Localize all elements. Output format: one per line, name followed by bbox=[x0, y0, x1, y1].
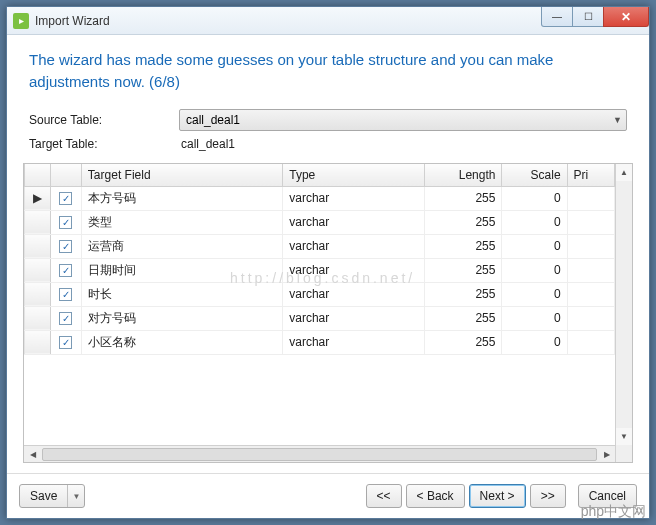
row-checkbox[interactable] bbox=[51, 210, 82, 234]
cell-scale[interactable]: 0 bbox=[502, 330, 567, 354]
row-indicator bbox=[25, 330, 51, 354]
cell-primary[interactable] bbox=[567, 306, 614, 330]
cell-length[interactable]: 255 bbox=[425, 282, 502, 306]
row-indicator bbox=[25, 282, 51, 306]
window-title: Import Wizard bbox=[35, 14, 110, 28]
back-button[interactable]: < Back bbox=[406, 484, 465, 508]
table-row[interactable]: 对方号码varchar2550 bbox=[25, 306, 615, 330]
row-indicator bbox=[25, 234, 51, 258]
cell-type[interactable]: varchar bbox=[283, 210, 425, 234]
row-checkbox[interactable] bbox=[51, 258, 82, 282]
cell-length[interactable]: 255 bbox=[425, 186, 502, 210]
row-checkbox[interactable] bbox=[51, 186, 82, 210]
cell-field[interactable]: 小区名称 bbox=[81, 330, 282, 354]
cell-scale[interactable]: 0 bbox=[502, 258, 567, 282]
row-indicator: ▶ bbox=[25, 186, 51, 210]
row-checkbox[interactable] bbox=[51, 306, 82, 330]
maximize-button[interactable]: ☐ bbox=[572, 7, 604, 27]
row-indicator bbox=[25, 306, 51, 330]
cell-type[interactable]: varchar bbox=[283, 282, 425, 306]
cell-scale[interactable]: 0 bbox=[502, 210, 567, 234]
first-button[interactable]: << bbox=[366, 484, 402, 508]
checkbox-icon bbox=[59, 192, 72, 205]
cell-field[interactable]: 对方号码 bbox=[81, 306, 282, 330]
scroll-down-icon[interactable]: ▼ bbox=[616, 428, 632, 445]
table-row[interactable]: 类型varchar2550 bbox=[25, 210, 615, 234]
checkbox-icon bbox=[59, 312, 72, 325]
cell-length[interactable]: 255 bbox=[425, 306, 502, 330]
row-checkbox[interactable] bbox=[51, 282, 82, 306]
row-indicator bbox=[25, 210, 51, 234]
cell-scale[interactable]: 0 bbox=[502, 306, 567, 330]
scroll-left-icon[interactable]: ◀ bbox=[24, 450, 41, 459]
import-wizard-window: Import Wizard — ☐ ✕ The wizard has made … bbox=[6, 6, 650, 519]
source-table-row: Source Table: call_deal1 ▼ bbox=[23, 109, 633, 131]
save-label: Save bbox=[20, 485, 68, 507]
titlebar[interactable]: Import Wizard — ☐ ✕ bbox=[7, 7, 649, 35]
cell-field[interactable]: 类型 bbox=[81, 210, 282, 234]
scroll-thumb[interactable] bbox=[42, 448, 597, 461]
scroll-up-icon[interactable]: ▲ bbox=[616, 164, 632, 181]
target-table-label: Target Table: bbox=[29, 137, 179, 151]
source-table-label: Source Table: bbox=[29, 113, 179, 127]
cell-type[interactable]: varchar bbox=[283, 258, 425, 282]
cell-field[interactable]: 运营商 bbox=[81, 234, 282, 258]
target-table-value: call_deal1 bbox=[179, 137, 627, 151]
cell-length[interactable]: 255 bbox=[425, 234, 502, 258]
col-target-field[interactable]: Target Field bbox=[81, 164, 282, 187]
close-button[interactable]: ✕ bbox=[603, 7, 649, 27]
footer: Save ▼ << < Back Next > >> Cancel bbox=[7, 473, 649, 518]
chevron-down-icon[interactable]: ▼ bbox=[68, 492, 84, 501]
cell-length[interactable]: 255 bbox=[425, 330, 502, 354]
wizard-heading: The wizard has made some guesses on your… bbox=[23, 49, 633, 93]
table-row[interactable]: 小区名称varchar2550 bbox=[25, 330, 615, 354]
cell-type[interactable]: varchar bbox=[283, 234, 425, 258]
cell-primary[interactable] bbox=[567, 210, 614, 234]
cell-field[interactable]: 日期时间 bbox=[81, 258, 282, 282]
row-checkbox[interactable] bbox=[51, 330, 82, 354]
col-type[interactable]: Type bbox=[283, 164, 425, 187]
field-table: Target Field Type Length Scale Pri ▶本方号码… bbox=[24, 164, 615, 355]
cell-scale[interactable]: 0 bbox=[502, 282, 567, 306]
cell-primary[interactable] bbox=[567, 330, 614, 354]
minimize-button[interactable]: — bbox=[541, 7, 573, 27]
cell-length[interactable]: 255 bbox=[425, 210, 502, 234]
cell-scale[interactable]: 0 bbox=[502, 186, 567, 210]
rowhead-header bbox=[25, 164, 51, 187]
checkbox-icon bbox=[59, 336, 72, 349]
table-row[interactable]: ▶本方号码varchar2550 bbox=[25, 186, 615, 210]
next-button[interactable]: Next > bbox=[469, 484, 526, 508]
save-button[interactable]: Save ▼ bbox=[19, 484, 85, 508]
field-grid: Target Field Type Length Scale Pri ▶本方号码… bbox=[23, 163, 633, 464]
checkbox-header bbox=[51, 164, 82, 187]
cell-length[interactable]: 255 bbox=[425, 258, 502, 282]
content-area: The wizard has made some guesses on your… bbox=[7, 35, 649, 473]
cell-primary[interactable] bbox=[567, 258, 614, 282]
app-icon bbox=[13, 13, 29, 29]
cell-type[interactable]: varchar bbox=[283, 330, 425, 354]
col-length[interactable]: Length bbox=[425, 164, 502, 187]
horizontal-scrollbar[interactable]: ◀ ▶ bbox=[24, 445, 615, 462]
checkbox-icon bbox=[59, 240, 72, 253]
last-button[interactable]: >> bbox=[530, 484, 566, 508]
cell-field[interactable]: 本方号码 bbox=[81, 186, 282, 210]
cell-primary[interactable] bbox=[567, 186, 614, 210]
cell-type[interactable]: varchar bbox=[283, 186, 425, 210]
cell-type[interactable]: varchar bbox=[283, 306, 425, 330]
cell-scale[interactable]: 0 bbox=[502, 234, 567, 258]
cell-field[interactable]: 时长 bbox=[81, 282, 282, 306]
col-scale[interactable]: Scale bbox=[502, 164, 567, 187]
cell-primary[interactable] bbox=[567, 234, 614, 258]
source-table-value: call_deal1 bbox=[186, 113, 240, 127]
source-table-select[interactable]: call_deal1 ▼ bbox=[179, 109, 627, 131]
cell-primary[interactable] bbox=[567, 282, 614, 306]
col-primary[interactable]: Pri bbox=[567, 164, 614, 187]
table-row[interactable]: 时长varchar2550 bbox=[25, 282, 615, 306]
row-checkbox[interactable] bbox=[51, 234, 82, 258]
cancel-button[interactable]: Cancel bbox=[578, 484, 637, 508]
checkbox-icon bbox=[59, 216, 72, 229]
table-row[interactable]: 运营商varchar2550 bbox=[25, 234, 615, 258]
scroll-right-icon[interactable]: ▶ bbox=[598, 450, 615, 459]
table-row[interactable]: 日期时间varchar2550 bbox=[25, 258, 615, 282]
vertical-scrollbar[interactable]: ▲ ▼ bbox=[615, 164, 632, 463]
